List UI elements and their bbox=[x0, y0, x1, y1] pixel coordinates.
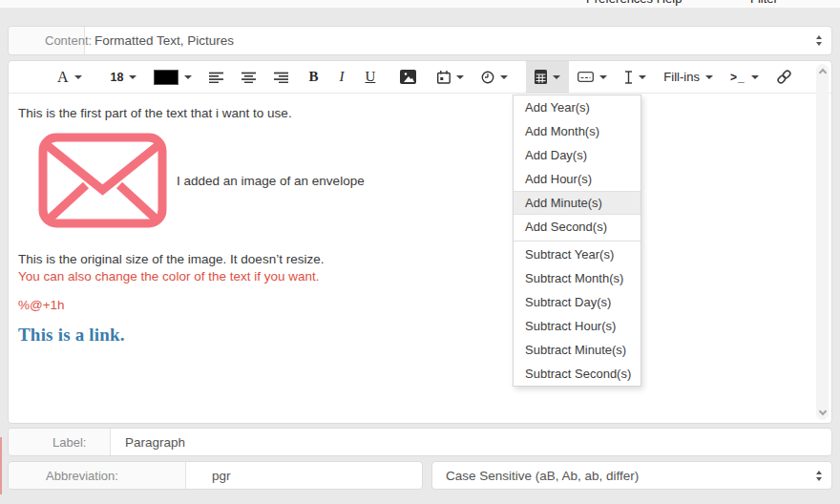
align-center-button[interactable] bbox=[233, 61, 265, 94]
calculator-grid-icon bbox=[535, 70, 547, 84]
content-label: Content: bbox=[9, 27, 85, 54]
menu-item[interactable]: Subtract Day(s) bbox=[514, 290, 640, 314]
insert-image-button[interactable] bbox=[391, 61, 425, 94]
link-icon bbox=[776, 69, 792, 85]
align-right-button[interactable] bbox=[265, 61, 298, 94]
menu-item[interactable]: Add Month(s) bbox=[514, 119, 640, 143]
chevron-down-icon bbox=[705, 75, 713, 83]
fill-ins-button[interactable]: Fill-ins bbox=[655, 61, 722, 94]
case-sensitivity-value: Case Sensitive (aB, Ab, ab, differ) bbox=[432, 469, 816, 483]
align-left-icon bbox=[209, 72, 224, 83]
chevron-down-icon bbox=[456, 75, 464, 83]
editor-text-area[interactable]: This is the first part of the text that … bbox=[10, 94, 812, 422]
font-size-button[interactable]: 18 bbox=[102, 61, 146, 94]
menu-item[interactable]: Add Year(s) bbox=[514, 95, 640, 119]
menu-item[interactable]: Subtract Hour(s) bbox=[514, 314, 640, 338]
chevron-down-icon bbox=[751, 75, 759, 83]
abbreviation-field[interactable]: Abbreviation: pgr bbox=[8, 461, 423, 490]
align-center-icon bbox=[242, 72, 257, 83]
insert-link-button[interactable] bbox=[767, 61, 801, 94]
rich-text-editor: A 18 B I U bbox=[8, 60, 832, 424]
date-math-dropdown-menu: Add Year(s)Add Month(s)Add Day(s)Add Hou… bbox=[513, 94, 641, 387]
font-family-button[interactable]: A bbox=[49, 61, 91, 94]
bold-icon: B bbox=[308, 69, 318, 85]
content-select[interactable]: Content: Formatted Text, Pictures bbox=[8, 26, 832, 55]
align-left-button[interactable] bbox=[200, 61, 233, 94]
label-field-value: Paragraph bbox=[111, 435, 831, 450]
font-size-value: 18 bbox=[111, 71, 124, 84]
menu-item[interactable]: Add Day(s) bbox=[514, 143, 640, 167]
font-icon: A bbox=[57, 69, 69, 86]
bold-button[interactable]: B bbox=[298, 61, 328, 94]
image-caption: I added an image of an envelope bbox=[177, 174, 365, 188]
menu-item[interactable]: Subtract Year(s) bbox=[514, 241, 640, 266]
left-edge-red-fragment bbox=[0, 437, 2, 494]
underline-icon: U bbox=[365, 69, 375, 85]
paragraph-1: This is the first part of the text that … bbox=[18, 106, 804, 120]
command-prompt-icon: >_ bbox=[730, 71, 746, 84]
insert-field-button[interactable] bbox=[569, 61, 616, 94]
paragraph-red: You can also change the color of the tex… bbox=[18, 268, 804, 285]
label-field[interactable]: Label: Paragraph bbox=[8, 428, 832, 456]
text-cursor-icon bbox=[624, 71, 633, 84]
chevron-down-icon bbox=[184, 75, 192, 83]
clock-icon bbox=[481, 71, 494, 84]
italic-icon: I bbox=[339, 69, 344, 85]
command-button[interactable]: >_ bbox=[722, 61, 767, 94]
align-right-icon bbox=[274, 72, 289, 83]
menu-item[interactable]: Subtract Second(s) bbox=[514, 362, 640, 386]
chevron-down-icon bbox=[639, 75, 646, 83]
chevron-down-icon bbox=[129, 75, 136, 83]
menu-item[interactable]: Subtract Month(s) bbox=[514, 266, 640, 290]
underline-button[interactable]: U bbox=[354, 61, 386, 94]
case-sensitivity-select[interactable]: Case Sensitive (aB, Ab, ab, differ) bbox=[431, 461, 832, 490]
text-color-button[interactable] bbox=[145, 61, 200, 94]
calendar-icon bbox=[437, 71, 451, 84]
menu-preferences-help[interactable]: Preferences Help bbox=[586, 0, 682, 6]
top-menu-bar: Preferences Help Filter bbox=[0, 0, 840, 8]
fill-in-code: %@+1h bbox=[18, 298, 804, 312]
abbreviation-field-value: pgr bbox=[186, 469, 422, 483]
chevron-down-icon bbox=[74, 75, 82, 83]
chevron-down-icon bbox=[553, 75, 560, 83]
hyperlink-text[interactable]: This is a link. bbox=[18, 325, 804, 346]
fill-ins-label: Fill-ins bbox=[663, 70, 700, 84]
input-field-icon bbox=[578, 72, 594, 82]
paragraph-2: This is the original size of the image. … bbox=[18, 251, 804, 268]
menu-item[interactable]: Add Minute(s) bbox=[514, 191, 640, 215]
menu-filter[interactable]: Filter bbox=[750, 0, 778, 6]
editor-scrollbar[interactable] bbox=[816, 64, 829, 420]
chevron-down-icon bbox=[599, 75, 607, 83]
content-value: Formatted Text, Pictures bbox=[85, 33, 816, 48]
color-swatch-icon bbox=[154, 70, 178, 85]
insert-date-button[interactable] bbox=[429, 61, 472, 94]
italic-button[interactable]: I bbox=[328, 61, 354, 94]
envelope-image[interactable] bbox=[38, 133, 167, 228]
menu-item[interactable]: Add Hour(s) bbox=[514, 167, 640, 191]
label-field-label: Label: bbox=[9, 429, 111, 455]
select-spinner-icon bbox=[816, 471, 822, 481]
date-math-button[interactable] bbox=[526, 61, 569, 94]
abbreviation-field-label: Abbreviation: bbox=[9, 462, 186, 489]
menu-item[interactable]: Add Second(s) bbox=[514, 215, 640, 239]
scroll-up-icon[interactable] bbox=[818, 69, 826, 76]
image-icon bbox=[400, 70, 416, 84]
insert-time-button[interactable] bbox=[472, 61, 516, 94]
editor-toolbar: A 18 B I U bbox=[9, 61, 831, 94]
chevron-down-icon bbox=[500, 75, 508, 83]
text-cursor-button[interactable] bbox=[616, 61, 655, 94]
menu-item[interactable]: Subtract Minute(s) bbox=[514, 338, 640, 362]
select-spinner-icon bbox=[816, 35, 822, 46]
scroll-down-icon[interactable] bbox=[818, 408, 826, 415]
